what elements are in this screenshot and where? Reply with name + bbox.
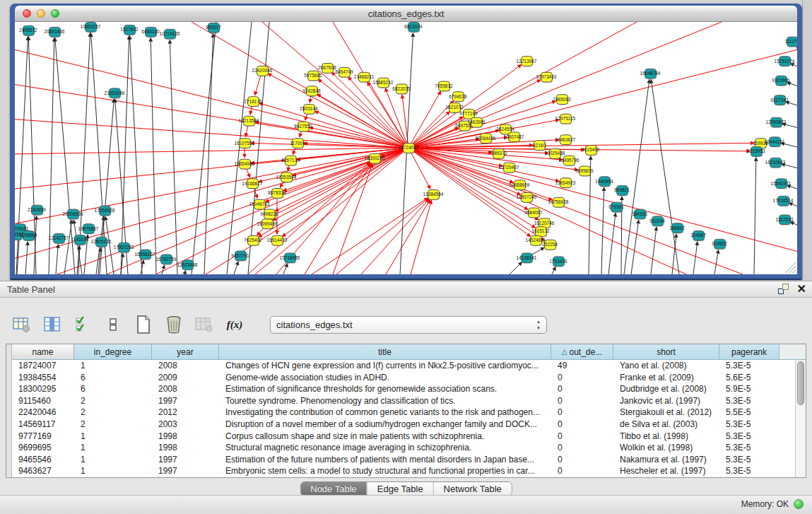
table-cell[interactable]: 1 xyxy=(74,442,152,454)
table-cell[interactable]: Embryonic stem cells: a model to study s… xyxy=(219,465,551,477)
table-cell[interactable]: 9465546 xyxy=(12,454,74,466)
table-cell[interactable]: 5.3E-5 xyxy=(719,360,779,372)
graph-node[interactable]: 6794028 xyxy=(449,92,467,103)
graph-node[interactable]: 910244 xyxy=(649,216,665,227)
table-cell[interactable]: 5.3E-5 xyxy=(719,465,779,477)
table-panel-header[interactable]: Table Panel ✕ xyxy=(0,281,812,298)
table-cell[interactable]: 19384554 xyxy=(12,372,74,384)
table-cell[interactable]: 5.3E-5 xyxy=(719,442,779,454)
table-cell[interactable]: Wolkin et al. (1998) xyxy=(613,442,719,454)
network-graph[interactable]: 1872400718300295193845542242004627181761… xyxy=(15,22,797,274)
resize-grip-icon[interactable] xyxy=(785,262,796,273)
reference-edge[interactable] xyxy=(714,250,719,274)
graph-node[interactable]: 8813074 xyxy=(404,22,423,33)
table-cell[interactable]: 6 xyxy=(74,372,152,384)
table-row[interactable]: 911546021997Tourette syndrome. Phenomeno… xyxy=(6,395,795,407)
graph-node[interactable]: 679391 xyxy=(608,202,624,213)
table-cell[interactable]: 0 xyxy=(551,454,613,466)
scrollbar-thumb[interactable] xyxy=(797,361,804,405)
table-row[interactable]: 1938455462009Genome-wide association stu… xyxy=(6,372,795,384)
graph-node[interactable]: 12975115 xyxy=(555,114,576,124)
graph-node[interactable]: 1640954 xyxy=(595,177,613,187)
graph-node[interactable]: 924502 xyxy=(712,239,727,250)
table-cell[interactable]: 49 xyxy=(551,360,613,372)
citation-edge[interactable] xyxy=(15,119,408,148)
graph-node[interactable]: 6822035 xyxy=(392,84,411,95)
graph-node[interactable]: 1733426 xyxy=(549,257,567,267)
graph-node[interactable]: 9584067 xyxy=(524,208,543,218)
network-canvas[interactable]: 1872400718300295193845542242004627181761… xyxy=(15,22,797,274)
table-cell[interactable]: 5.3E-5 xyxy=(719,431,779,443)
reference-edge[interactable] xyxy=(790,64,797,66)
reference-edge[interactable] xyxy=(608,213,616,274)
table-cell[interactable]: Disruption of a novel member of a sodium… xyxy=(219,419,551,431)
graph-node[interactable]: 10688609 xyxy=(510,180,530,191)
column-header-short[interactable]: short xyxy=(613,344,719,360)
graph-node[interactable]: 16958107 xyxy=(135,250,155,260)
citation-edge[interactable] xyxy=(15,85,408,148)
table-cell[interactable]: 0 xyxy=(551,431,613,443)
reference-edge[interactable] xyxy=(651,227,657,274)
table-cell[interactable]: 1998 xyxy=(152,431,219,443)
table-cell[interactable]: Corpus callosum shape and size in male p… xyxy=(219,431,551,443)
graph-node[interactable]: 10719135 xyxy=(160,29,180,40)
reference-edge[interactable] xyxy=(789,203,797,206)
citation-edge[interactable] xyxy=(15,49,408,148)
window-titlebar[interactable]: citations_edges.txt xyxy=(15,6,797,22)
reference-edge[interactable] xyxy=(786,102,797,105)
select-columns-icon[interactable] xyxy=(42,315,63,334)
table-cell[interactable]: Dudbridge et al. (2008) xyxy=(613,383,719,395)
table-cell[interactable]: 2 xyxy=(74,419,152,431)
table-cell[interactable]: 2 xyxy=(74,407,152,419)
reference-edge[interactable] xyxy=(790,222,797,225)
table-cell[interactable]: 1997 xyxy=(152,465,219,477)
table-cell[interactable]: 1 xyxy=(74,431,152,443)
citation-edge[interactable] xyxy=(411,200,432,274)
table-row[interactable]: 946362711997Embryonic stem cells: a mode… xyxy=(6,465,795,477)
table-cell[interactable]: Structural magnetic resonance image aver… xyxy=(219,442,551,454)
graph-node[interactable]: 21468211 xyxy=(354,72,375,83)
row-height-icon[interactable] xyxy=(102,315,124,334)
graph-node[interactable]: 20206536 xyxy=(63,209,83,220)
graph-node[interactable]: 12142757 xyxy=(49,233,69,244)
table-row[interactable]: 977716911998Corpus callosum shape and si… xyxy=(6,431,795,443)
graph-node[interactable]: 184163 xyxy=(632,209,647,220)
table-cell[interactable]: 0 xyxy=(551,442,613,454)
graph-node[interactable]: 111270 xyxy=(785,37,797,47)
vertical-scrollbar[interactable] xyxy=(795,360,806,477)
float-panel-icon[interactable] xyxy=(778,284,789,294)
graph-node[interactable]: 10973493 xyxy=(536,72,557,83)
table-cell[interactable]: Hescheler et al. (1997) xyxy=(613,465,719,477)
graph-node[interactable]: 10653257 xyxy=(81,22,101,33)
graph-node[interactable]: 6466160 xyxy=(141,27,160,37)
table-cell[interactable]: 9115460 xyxy=(12,395,74,407)
table-cell[interactable]: Nakamura et al. (1997) xyxy=(613,454,719,466)
table-row[interactable]: 946554611997Estimation of the future num… xyxy=(6,454,795,466)
graph-node[interactable]: 10807487 xyxy=(504,132,524,143)
graph-node[interactable]: 16099489 xyxy=(257,219,278,230)
reference-edge[interactable] xyxy=(129,36,142,274)
citation-edge[interactable] xyxy=(408,148,743,274)
graph-node[interactable]: 9498222 xyxy=(260,209,278,220)
table-cell[interactable]: 1997 xyxy=(152,395,219,407)
table-cell[interactable]: 2008 xyxy=(152,360,219,372)
graph-node[interactable]: 22420046 xyxy=(252,66,273,76)
table-cell[interactable]: 1 xyxy=(74,465,152,477)
table-cell[interactable]: 9777169 xyxy=(12,431,74,443)
graph-node[interactable]: 1527602 xyxy=(120,25,139,35)
graph-node[interactable]: 20364436 xyxy=(476,134,496,144)
citation-edge[interactable] xyxy=(15,148,408,154)
graph-node[interactable]: 9227343 xyxy=(770,95,789,106)
graph-node[interactable]: 19654923 xyxy=(555,178,576,189)
graph-node[interactable]: 14138141 xyxy=(517,253,537,264)
table-row[interactable]: 1456911722003Disruption of a novel membe… xyxy=(6,419,795,431)
citation-edge[interactable] xyxy=(293,148,408,175)
graph-node[interactable]: 12505135 xyxy=(91,237,112,247)
table-cell[interactable]: 2009 xyxy=(152,372,219,384)
memory-ok-icon[interactable] xyxy=(794,499,804,509)
table-cell[interactable]: 5.9E-5 xyxy=(719,383,779,395)
network-view-window[interactable]: citations_edges.txt 18724007183002951938… xyxy=(10,4,802,280)
graph-node[interactable]: 12923448 xyxy=(177,260,198,271)
table-cell[interactable]: 0 xyxy=(551,372,613,384)
table-cell[interactable]: 0 xyxy=(551,383,613,395)
